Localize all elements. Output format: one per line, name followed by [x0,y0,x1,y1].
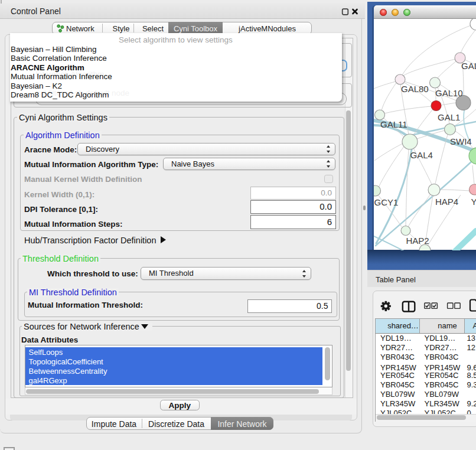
svg-text:SWI4: SWI4 [450,136,472,146]
svg-text:GAL10: GAL10 [435,88,463,98]
svg-text:GAL1: GAL1 [438,112,460,122]
svg-text:HAP4: HAP4 [435,197,458,207]
svg-text:HAP2: HAP2 [406,236,429,246]
svg-text:GAL7: GAL7 [461,61,476,71]
svg-text:GCY1: GCY1 [374,197,399,207]
svg-text:Y: Y [471,197,476,207]
svg-text:GAL4: GAL4 [410,150,433,160]
svg-text:GAL11: GAL11 [380,119,407,129]
svg-text:GAL80: GAL80 [401,84,429,94]
